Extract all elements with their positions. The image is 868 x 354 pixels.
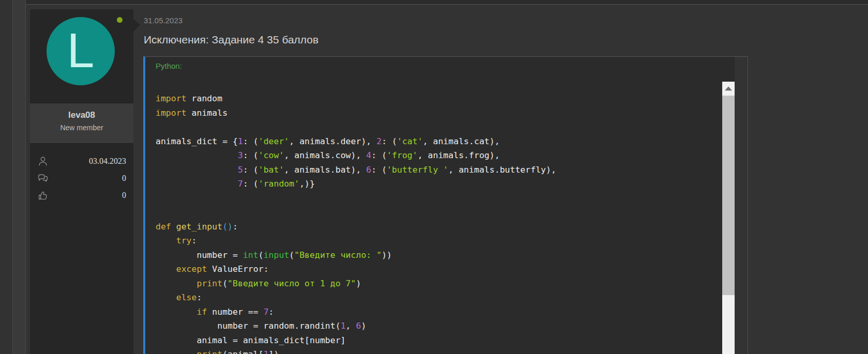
code-language-label: Python: <box>145 57 735 70</box>
code-block-inner: Python: import randomimport animals anim… <box>145 57 735 354</box>
code-line: animal = animals_dict[number] <box>156 333 722 348</box>
code-line: import animals <box>156 106 722 120</box>
page-gutter <box>12 0 26 354</box>
page-left-background <box>0 0 12 354</box>
code-content: import randomimport animals animals_dict… <box>145 82 722 354</box>
online-indicator-icon <box>117 17 123 23</box>
post-container: L leva08 New member 03.04.2023 <box>26 4 868 354</box>
avatar[interactable]: L <box>47 17 115 85</box>
post-title: Исключения: Задание 4 35 баллов <box>144 34 318 46</box>
code-line: 7: ('random',)} <box>156 177 722 191</box>
code-line: def get_input(): <box>156 220 722 234</box>
code-line <box>156 205 722 220</box>
code-line: if number == 7: <box>156 305 722 319</box>
user-title-strip: leva08 New member <box>30 103 133 144</box>
code-line <box>156 191 722 206</box>
code-scrollbar[interactable] <box>722 82 735 354</box>
code-line: else: <box>156 290 722 305</box>
code-line: print("Введите число от 1 до 7") <box>156 276 722 291</box>
user-stats: 03.04.2023 0 0 <box>30 144 133 204</box>
code-line: try: <box>156 234 722 248</box>
code-line: number = random.randint(1, 6) <box>156 319 722 333</box>
thumbs-up-icon <box>37 190 49 201</box>
user-cell: L leva08 New member 03.04.2023 <box>30 9 133 354</box>
user-role-label: New member <box>30 124 133 132</box>
code-line: animals_dict = {1: ('deer', animals.deer… <box>156 134 722 149</box>
username-link[interactable]: leva08 <box>30 110 133 120</box>
speech-bubble-tail <box>133 19 140 32</box>
code-line: except ValueError: <box>156 262 722 276</box>
scrollbar-up-button[interactable] <box>722 82 735 96</box>
post-date-permalink[interactable]: 31.05.2023 <box>144 16 182 25</box>
stat-row-messages: 0 <box>37 170 126 187</box>
code-line: 3: ('cow', animals.cow), 4: ('frog', ani… <box>156 148 722 163</box>
stat-row-joined: 03.04.2023 <box>37 152 126 170</box>
code-line: import random <box>156 91 722 106</box>
person-icon <box>37 156 49 167</box>
join-date-value: 03.04.2023 <box>89 157 126 166</box>
code-line: 5: ('bat', animals.bat), 6: ('butterfly … <box>156 163 722 177</box>
stat-row-likes: 0 <box>37 187 126 204</box>
scroll-up-arrow-icon <box>725 86 732 90</box>
code-line: print(animal[1]) <box>156 347 722 354</box>
code-block: Python: import randomimport animals anim… <box>143 56 748 354</box>
forum-post-page: L leva08 New member 03.04.2023 <box>0 0 868 354</box>
code-line: number = int(input("Введите число: ")) <box>156 248 722 263</box>
like-count-value: 0 <box>122 191 126 200</box>
scrollbar-thumb[interactable] <box>722 96 735 295</box>
code-line <box>156 120 722 134</box>
chat-icon <box>37 173 49 184</box>
message-count-value: 0 <box>122 174 126 183</box>
